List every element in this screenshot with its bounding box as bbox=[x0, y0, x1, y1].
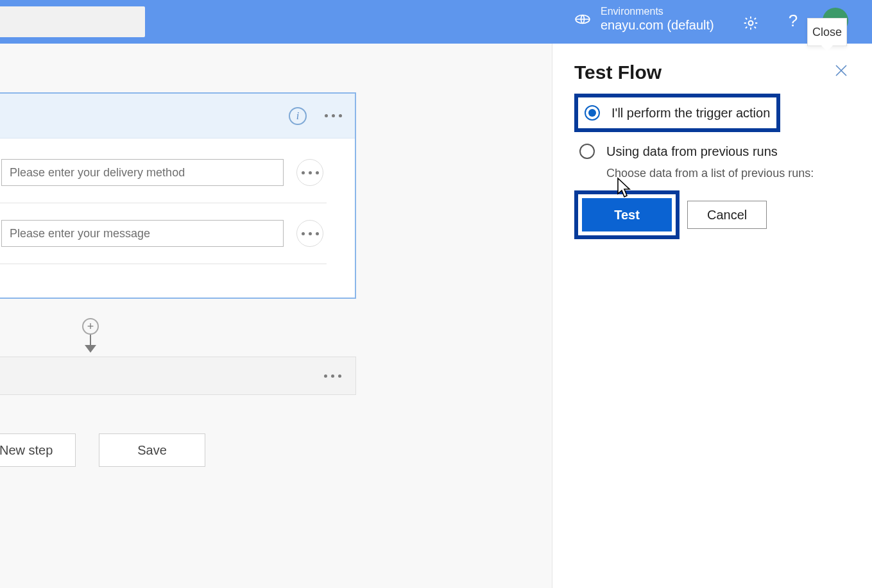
close-tooltip-label: Close bbox=[812, 26, 842, 39]
message-input[interactable] bbox=[1, 220, 284, 247]
close-tooltip: Close bbox=[807, 18, 847, 46]
option-previous-label: Using data from previous runs bbox=[606, 144, 778, 159]
arrow-down-icon bbox=[85, 345, 96, 353]
highlight-test-button: Test bbox=[574, 190, 680, 239]
action-card[interactable] bbox=[0, 357, 356, 395]
settings-button[interactable] bbox=[742, 14, 760, 32]
action-card-menu[interactable] bbox=[324, 369, 341, 382]
panel-close-button[interactable] bbox=[832, 62, 850, 80]
close-icon bbox=[834, 63, 848, 78]
test-button[interactable]: Test bbox=[582, 198, 672, 231]
info-icon[interactable]: i bbox=[289, 107, 307, 125]
divider bbox=[0, 264, 327, 264]
divider bbox=[0, 203, 327, 203]
trigger-card[interactable]: i bbox=[0, 92, 356, 299]
globe-icon bbox=[574, 10, 592, 28]
input-row bbox=[0, 211, 343, 256]
input-row bbox=[0, 150, 343, 195]
environment-picker[interactable]: Environments enayu.com (default) bbox=[574, 5, 714, 33]
ellipsis-icon bbox=[302, 166, 319, 179]
new-step-button[interactable]: New step bbox=[0, 433, 76, 467]
delivery-method-input[interactable] bbox=[1, 159, 284, 186]
environment-label: Environments bbox=[601, 5, 714, 17]
help-button[interactable]: ? bbox=[784, 12, 802, 29]
cancel-button-label: Cancel bbox=[707, 208, 747, 223]
trigger-card-body bbox=[0, 139, 355, 298]
app-header: Environments enayu.com (default) ? bbox=[0, 0, 872, 44]
panel-title: Test Flow bbox=[574, 62, 850, 83]
save-button[interactable]: Save bbox=[99, 433, 205, 467]
help-icon: ? bbox=[789, 11, 798, 31]
gear-icon bbox=[742, 15, 759, 31]
add-step-button[interactable]: + bbox=[82, 318, 99, 335]
trigger-card-header[interactable]: i bbox=[0, 94, 355, 139]
previous-runs-desc: Choose data from a list of previous runs… bbox=[574, 167, 850, 180]
option-perform-trigger[interactable]: I'll perform the trigger action bbox=[579, 99, 775, 127]
input-options-button[interactable] bbox=[296, 159, 323, 186]
test-button-label: Test bbox=[614, 208, 640, 223]
test-flow-panel: Test Flow I'll perform the trigger actio… bbox=[552, 44, 872, 588]
plus-icon: + bbox=[87, 321, 94, 332]
cancel-button[interactable]: Cancel bbox=[687, 201, 767, 229]
option-perform-label: I'll perform the trigger action bbox=[611, 106, 770, 121]
highlight-perform-trigger: I'll perform the trigger action bbox=[574, 94, 780, 132]
trigger-card-menu[interactable] bbox=[325, 110, 342, 122]
radio-checked-icon bbox=[585, 105, 600, 121]
step-connector: + bbox=[82, 318, 99, 358]
svg-point-1 bbox=[749, 21, 753, 26]
header-search-input[interactable] bbox=[0, 6, 145, 37]
input-options-button[interactable] bbox=[296, 220, 323, 247]
environment-name: enayu.com (default) bbox=[601, 17, 714, 33]
option-previous-runs[interactable]: Using data from previous runs bbox=[574, 137, 850, 165]
radio-unchecked-icon bbox=[579, 144, 595, 159]
save-label: Save bbox=[137, 443, 167, 458]
new-step-label: New step bbox=[0, 443, 53, 458]
ellipsis-icon bbox=[302, 227, 319, 240]
